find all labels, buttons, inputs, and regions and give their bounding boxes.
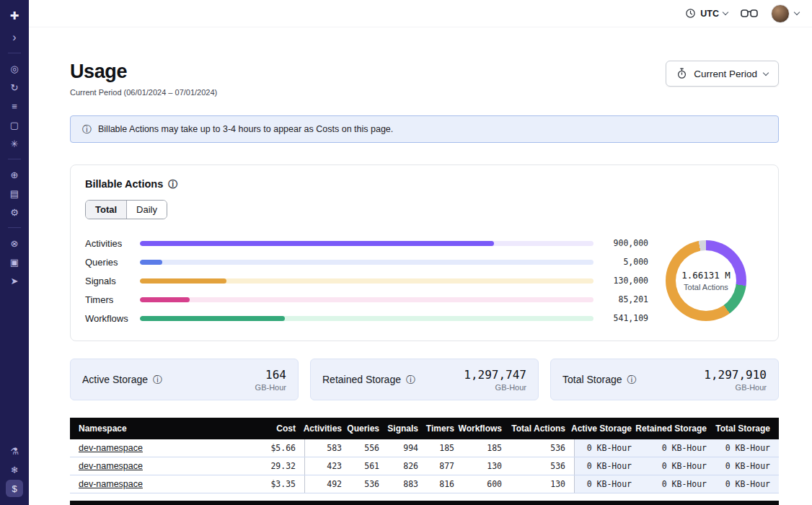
storage-value: 164 bbox=[255, 368, 286, 382]
stopwatch-icon bbox=[676, 68, 687, 79]
table-row: dev-namespace$5.665835569941851855360 KB… bbox=[70, 439, 779, 457]
column-header: Total Actions bbox=[511, 418, 574, 439]
donut-center: 1.66131 M Total Actions bbox=[666, 240, 746, 321]
bar-track bbox=[140, 260, 593, 265]
bar-chart: Activities900,000Queries5,000Signals130,… bbox=[85, 234, 648, 328]
cell: 130 bbox=[511, 475, 574, 493]
account-menu[interactable] bbox=[771, 4, 799, 23]
view-tabs: Total Daily bbox=[85, 200, 167, 219]
info-icon[interactable]: ⓘ bbox=[153, 375, 162, 385]
expand-chevron-icon[interactable]: › bbox=[6, 29, 23, 46]
bar-value: 5,000 bbox=[602, 257, 648, 267]
sidebar: ✚›◎↻≡▢✳⊕▤⚙⊗▣➤ ⚗❄$ bbox=[0, 0, 29, 505]
storage-value-wrap: 1,297,910GB-Hour bbox=[704, 368, 767, 392]
tab-total[interactable]: Total bbox=[86, 201, 126, 219]
bar-fill bbox=[140, 316, 285, 321]
limits-cancel-icon[interactable]: ⊗ bbox=[6, 234, 23, 252]
cell: 130 bbox=[463, 457, 511, 475]
clock-icon bbox=[685, 8, 696, 19]
column-header: Queries bbox=[350, 418, 388, 439]
bar-track bbox=[140, 241, 593, 246]
storage-label: Active Storageⓘ bbox=[82, 374, 162, 385]
labs-flask-icon[interactable]: ⚗ bbox=[6, 442, 23, 460]
usage-dollar-icon[interactable]: $ bbox=[6, 480, 23, 497]
getting-started-icon[interactable]: ➤ bbox=[6, 272, 23, 289]
namespaces-icon[interactable]: ◎ bbox=[6, 60, 23, 77]
timezone-selector[interactable]: UTC bbox=[685, 8, 728, 19]
cell: 561 bbox=[350, 457, 388, 475]
billing-card-icon[interactable]: ▤ bbox=[6, 185, 23, 202]
retained-storage-card: Retained Storageⓘ1,297,747GB-Hour bbox=[310, 359, 539, 400]
sidebar-divider bbox=[8, 53, 21, 53]
namespace-link[interactable]: dev-namespace bbox=[79, 479, 143, 489]
info-banner: ⓘ Billable Actions may take up to 3-4 ho… bbox=[70, 115, 779, 143]
tab-daily[interactable]: Daily bbox=[126, 201, 167, 219]
page-title: Usage bbox=[70, 61, 217, 83]
timezone-label: UTC bbox=[700, 9, 719, 19]
cell: 185 bbox=[463, 439, 511, 457]
column-header: Activities bbox=[304, 418, 350, 439]
cell: 0 KB-Hour bbox=[574, 457, 640, 475]
bar-label: Signals bbox=[85, 276, 131, 286]
settings-gear-icon[interactable]: ⚙ bbox=[6, 203, 23, 221]
bar-row-workflows: Workflows541,109 bbox=[85, 309, 648, 328]
cloud-globe-icon[interactable]: ⊕ bbox=[6, 166, 23, 183]
column-header: Signals bbox=[388, 418, 427, 439]
table-header-row: NamespaceCostActivitiesQueriesSignalsTim… bbox=[70, 418, 779, 439]
theme-snowflake-icon[interactable]: ❄ bbox=[6, 461, 23, 478]
billable-card-title: Billable Actions ⓘ bbox=[85, 178, 764, 190]
storage-unit: GB-Hour bbox=[255, 383, 286, 392]
cell: 185 bbox=[427, 439, 463, 457]
cell: dev-namespace bbox=[70, 475, 244, 493]
column-header: Total Storage bbox=[715, 418, 779, 439]
sidebar-divider bbox=[8, 159, 21, 159]
cell: 826 bbox=[388, 457, 427, 475]
storage-value-wrap: 164GB-Hour bbox=[255, 368, 286, 392]
deployments-icon[interactable]: ▢ bbox=[6, 116, 23, 133]
period-caption: Current Period (06/01/2024 – 07/01/2024) bbox=[70, 88, 217, 97]
bar-fill bbox=[140, 260, 162, 265]
cell: 600 bbox=[463, 475, 511, 493]
cell: 0 KB-Hour bbox=[640, 475, 715, 493]
storage-label-text: Total Storage bbox=[562, 374, 622, 385]
title-row: Usage Current Period (06/01/2024 – 07/01… bbox=[70, 61, 779, 97]
billable-actions-card: Billable Actions ⓘ Total Daily Activitie… bbox=[70, 164, 779, 341]
bar-track bbox=[140, 297, 593, 302]
namespace-link[interactable]: dev-namespace bbox=[79, 443, 143, 453]
donut-chart: 1.66131 M Total Actions bbox=[666, 240, 746, 321]
bar-fill bbox=[140, 278, 226, 284]
cell: $3.35 bbox=[244, 475, 304, 493]
info-icon[interactable]: ⓘ bbox=[168, 180, 177, 189]
chevron-down-icon bbox=[723, 9, 728, 15]
cell: 0 KB-Hour bbox=[574, 439, 640, 457]
period-button-label: Current Period bbox=[694, 69, 757, 79]
temporal-logo-icon[interactable]: ✚ bbox=[6, 6, 23, 24]
cell: 536 bbox=[511, 457, 574, 475]
info-icon[interactable]: ⓘ bbox=[406, 375, 415, 385]
namespace-link[interactable]: dev-namespace bbox=[79, 461, 143, 471]
nexus-icon[interactable]: ✳ bbox=[6, 135, 23, 152]
docs-book-icon[interactable]: ▣ bbox=[6, 253, 23, 271]
bar-value: 900,000 bbox=[602, 238, 648, 248]
column-header: Active Storage bbox=[574, 418, 640, 439]
total-storage-card: Total Storageⓘ1,297,910GB-Hour bbox=[550, 359, 779, 400]
period-selector-button[interactable]: Current Period bbox=[666, 61, 779, 87]
cell: 536 bbox=[350, 475, 388, 493]
sidebar-divider bbox=[8, 227, 21, 228]
support-glasses-icon[interactable] bbox=[741, 9, 758, 18]
bar-fill bbox=[140, 241, 494, 246]
cell: 0 KB-Hour bbox=[640, 457, 715, 475]
active-storage-card: Active Storageⓘ164GB-Hour bbox=[70, 359, 299, 400]
storage-value-wrap: 1,297,747GB-Hour bbox=[464, 368, 526, 392]
task-queues-icon[interactable]: ≡ bbox=[6, 97, 23, 115]
cell: dev-namespace bbox=[70, 457, 244, 475]
storage-label: Total Storageⓘ bbox=[562, 374, 637, 385]
chevron-down-icon bbox=[794, 9, 800, 15]
storage-label: Retained Storageⓘ bbox=[322, 374, 415, 385]
donut-total-label: Total Actions bbox=[684, 283, 728, 291]
schedules-icon[interactable]: ↻ bbox=[6, 79, 23, 96]
info-icon[interactable]: ⓘ bbox=[627, 375, 637, 385]
cell: 0 KB-Hour bbox=[715, 439, 779, 457]
billable-title-text: Billable Actions bbox=[85, 178, 163, 190]
column-header: Retained Storage bbox=[640, 418, 715, 439]
